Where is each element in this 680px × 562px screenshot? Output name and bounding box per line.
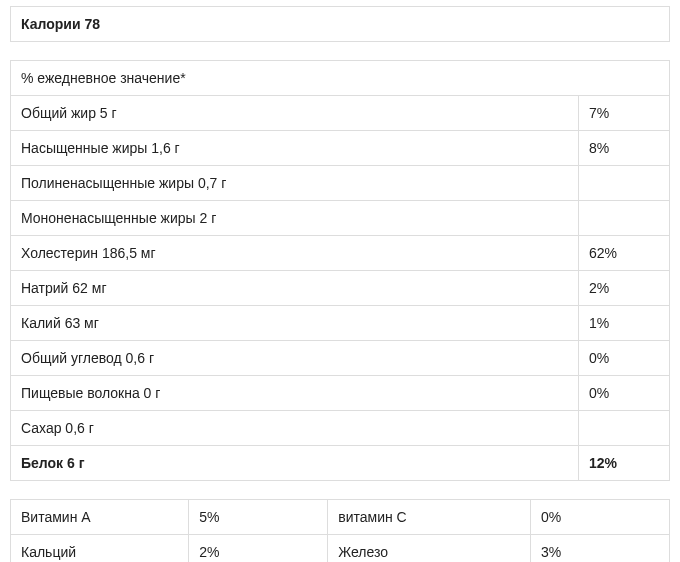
table-row: Общий жир 5 г 7% [11,96,670,131]
vitamin-name: Железо [328,535,531,563]
table-row: Калий 63 мг 1% [11,306,670,341]
nutrient-label: Калий 63 мг [11,306,579,341]
daily-value-table: % ежедневное значение* Общий жир 5 г 7% … [10,60,670,481]
nutrient-pct: 62% [579,236,670,271]
table-row: Витамин А 5% витамин С 0% [11,500,670,535]
nutrient-label: Сахар 0,6 г [11,411,579,446]
table-row: Пищевые волокна 0 г 0% [11,376,670,411]
table-row: Кальций 2% Железо 3% [11,535,670,563]
protein-row: Белок 6 г 12% [11,446,670,481]
nutrient-label: Общий углевод 0,6 г [11,341,579,376]
nutrient-pct: 8% [579,131,670,166]
nutrient-pct: 7% [579,96,670,131]
nutrient-label: Насыщенные жиры 1,6 г [11,131,579,166]
nutrient-label: Холестерин 186,5 мг [11,236,579,271]
protein-pct: 12% [579,446,670,481]
nutrient-label: Полиненасыщенные жиры 0,7 г [11,166,579,201]
daily-value-header-row: % ежедневное значение* [11,61,670,96]
table-row: Холестерин 186,5 мг 62% [11,236,670,271]
calories-label: Калории 78 [11,7,670,42]
nutrient-pct: 2% [579,271,670,306]
vitamin-value: 2% [189,535,328,563]
nutrient-pct [579,411,670,446]
nutrient-label: Пищевые волокна 0 г [11,376,579,411]
calories-row: Калории 78 [11,7,670,42]
nutrient-pct: 1% [579,306,670,341]
vitamin-value: 0% [531,500,670,535]
vitamin-name: Витамин А [11,500,189,535]
vitamin-name: Кальций [11,535,189,563]
nutrient-label: Мононенасыщенные жиры 2 г [11,201,579,236]
protein-label: Белок 6 г [11,446,579,481]
daily-value-header: % ежедневное значение* [11,61,670,96]
table-row: Общий углевод 0,6 г 0% [11,341,670,376]
table-row: Полиненасыщенные жиры 0,7 г [11,166,670,201]
table-row: Сахар 0,6 г [11,411,670,446]
vitamins-table: Витамин А 5% витамин С 0% Кальций 2% Жел… [10,499,670,562]
vitamin-name: витамин С [328,500,531,535]
vitamin-value: 3% [531,535,670,563]
table-row: Натрий 62 мг 2% [11,271,670,306]
table-row: Мононенасыщенные жиры 2 г [11,201,670,236]
vitamin-value: 5% [189,500,328,535]
table-row: Насыщенные жиры 1,6 г 8% [11,131,670,166]
nutrient-label: Натрий 62 мг [11,271,579,306]
nutrient-label: Общий жир 5 г [11,96,579,131]
nutrient-pct [579,166,670,201]
nutrient-pct: 0% [579,376,670,411]
nutrient-pct: 0% [579,341,670,376]
nutrient-pct [579,201,670,236]
nutrition-table: Калории 78 [10,6,670,42]
